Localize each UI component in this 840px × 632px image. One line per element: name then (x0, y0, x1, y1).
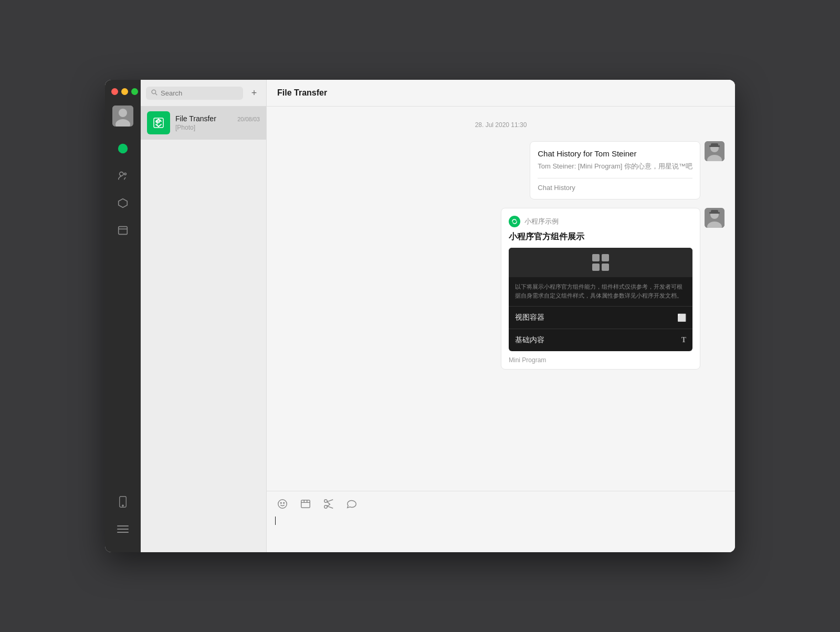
sender-avatar-2 (705, 208, 724, 228)
mini-program-type-label: Mini Program (509, 356, 692, 364)
message-row: Chat History for Tom Steiner Tom Steiner… (277, 141, 724, 199)
sidebar-item-chats[interactable] (112, 138, 133, 159)
svg-point-29 (324, 505, 328, 509)
input-area (267, 491, 735, 552)
mini-program-preview-box: 以下将展示小程序官方组件能力，组件样式仅供参考，开发者可根据自身需求自定义组件样… (509, 248, 692, 351)
messages-area: 28. Jul 2020 11:30 Chat History for Tom … (267, 107, 735, 491)
chat-list-item[interactable]: File Transfer 20/08/03 [Photo] (141, 106, 266, 140)
search-input-wrapper[interactable] (146, 87, 243, 100)
mp-menu-label-1: 视图容器 (515, 313, 544, 322)
svg-line-32 (327, 502, 330, 504)
close-button[interactable] (111, 88, 118, 95)
search-bar: + (141, 80, 266, 106)
sidebar-item-more[interactable] (112, 519, 133, 540)
svg-line-30 (327, 500, 333, 502)
chat-title: File Transfer (277, 88, 327, 97)
mini-program-card[interactable]: 小程序示例 小程序官方组件展示 (501, 208, 700, 370)
mini-program-bubble: 小程序示例 小程序官方组件展示 (501, 208, 700, 370)
app-window: + File Transfer 20/08/03 [ (105, 80, 735, 552)
mini-program-title: 小程序官方组件展示 (509, 231, 692, 243)
chat-main: File Transfer 28. Jul 2020 11:30 Chat Hi… (267, 80, 735, 552)
svg-line-13 (155, 93, 157, 94)
user-avatar[interactable] (112, 106, 133, 127)
svg-point-5 (124, 173, 127, 175)
mini-program-desc: 以下将展示小程序官方组件能力，组件样式仅供参考，开发者可根据自身需求自定义组件样… (509, 277, 692, 306)
svg-line-33 (327, 504, 330, 506)
svg-point-12 (152, 90, 156, 94)
svg-rect-11 (117, 532, 129, 533)
message-bubble: Chat History for Tom Steiner Tom Steiner… (530, 141, 700, 199)
svg-rect-18 (711, 143, 718, 147)
svg-rect-23 (711, 210, 718, 214)
minimize-button[interactable] (121, 88, 128, 95)
svg-point-8 (122, 505, 123, 506)
chat-bubble-button[interactable] (344, 497, 359, 511)
svg-rect-6 (119, 227, 128, 235)
mp-menu-icon-2: T (681, 336, 686, 344)
svg-point-26 (284, 502, 285, 503)
mini-program-header: 小程序示例 (509, 216, 692, 227)
mp-menu-item-1[interactable]: 视图容器 ⬜ (509, 306, 692, 329)
input-toolbar (275, 497, 727, 511)
chat-item-icon (147, 111, 170, 134)
svg-rect-27 (301, 500, 310, 508)
chat-item-time: 20/08/03 (237, 116, 260, 122)
search-input[interactable] (161, 89, 238, 97)
mini-program-name: 小程序示例 (524, 217, 559, 226)
chat-history-label: Chat History (538, 184, 692, 192)
svg-point-4 (120, 172, 123, 176)
chat-item-preview: [Photo] (175, 124, 260, 131)
message-input[interactable] (275, 515, 727, 547)
svg-rect-10 (117, 529, 129, 530)
date-divider: 28. Jul 2020 11:30 (277, 121, 724, 129)
chat-history-card[interactable]: Chat History for Tom Steiner Tom Steiner… (530, 141, 700, 199)
mp-menu-icon-1: ⬜ (677, 313, 686, 322)
mp-menu-item-2[interactable]: 基础内容 T (509, 329, 692, 351)
sidebar-item-contacts[interactable] (112, 165, 133, 186)
svg-line-31 (327, 506, 333, 508)
sidebar (105, 80, 141, 552)
chat-header: File Transfer (267, 80, 735, 107)
add-conversation-button[interactable]: + (247, 86, 261, 100)
mini-program-logo (509, 216, 520, 227)
mp-menu-label-2: 基础内容 (515, 335, 544, 345)
search-icon (151, 89, 158, 97)
chat-item-info: File Transfer 20/08/03 [Photo] (175, 114, 260, 131)
emoji-button[interactable] (275, 497, 290, 511)
svg-point-24 (278, 500, 287, 509)
sender-avatar (705, 141, 724, 161)
sidebar-item-mobile[interactable] (112, 491, 133, 512)
chat-item-name: File Transfer (175, 114, 216, 123)
chat-history-title: Chat History for Tom Steiner (538, 149, 692, 158)
svg-point-1 (119, 109, 127, 117)
chat-history-preview: Tom Steiner: [Mini Program] 你的心意，用星说™吧 (538, 161, 692, 172)
message-row: 小程序示例 小程序官方组件展示 (277, 208, 724, 370)
svg-point-3 (118, 144, 128, 153)
file-button[interactable] (298, 497, 313, 511)
svg-point-25 (280, 502, 281, 503)
scissors-button[interactable] (321, 497, 336, 511)
traffic-lights (105, 88, 138, 95)
maximize-button[interactable] (131, 88, 138, 95)
svg-rect-9 (117, 525, 129, 526)
sidebar-item-miniapps[interactable] (112, 193, 133, 214)
chat-list-panel: + File Transfer 20/08/03 [ (141, 80, 267, 552)
sidebar-item-favorites[interactable] (112, 220, 133, 241)
